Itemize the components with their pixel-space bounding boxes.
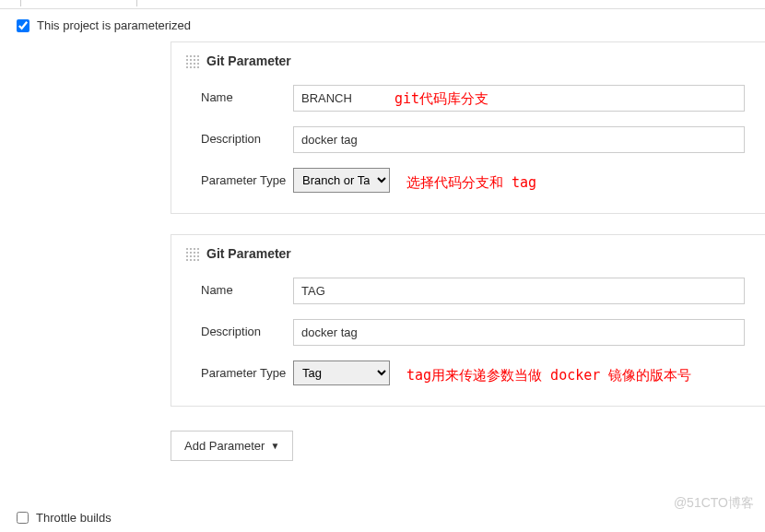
param-block: Git Parameter Name git代码库分支 Description … <box>171 41 765 214</box>
label-description: Description <box>201 126 293 146</box>
drag-handle-icon[interactable] <box>184 246 199 261</box>
field-row-type: Parameter Type Tag tag用来传递参数当做 docker 镜像… <box>184 353 765 393</box>
parameters-area: Git Parameter Name git代码库分支 Description … <box>0 41 765 461</box>
field-row-description: Description <box>184 312 765 353</box>
param-header: Git Parameter <box>184 246 765 270</box>
add-parameter-row: Add Parameter ▼ <box>171 427 765 461</box>
project-parameterized-row: This project is parameterized <box>0 9 765 41</box>
name-input[interactable] <box>293 85 745 112</box>
drag-handle-icon[interactable] <box>184 53 199 68</box>
add-parameter-label: Add Parameter <box>184 439 265 453</box>
parameter-type-select[interactable]: Tag <box>293 361 390 385</box>
label-description: Description <box>201 319 293 338</box>
field-row-name: Name <box>184 270 765 312</box>
label-name: Name <box>201 85 293 104</box>
annotation-type: tag用来传递参数当做 docker 镜像的版本号 <box>390 361 691 385</box>
label-type: Parameter Type <box>201 361 293 380</box>
throttle-builds-row: Throttle builds <box>0 505 128 530</box>
throttle-builds-checkbox[interactable] <box>17 512 29 524</box>
description-input[interactable] <box>293 319 745 346</box>
label-type: Parameter Type <box>201 168 293 187</box>
param-title: Git Parameter <box>206 246 291 261</box>
throttle-builds-label: Throttle builds <box>36 511 112 525</box>
field-row-type: Parameter Type Branch or Tag 选择代码分支和 tag <box>184 160 765 200</box>
label-name: Name <box>201 278 293 297</box>
caret-down-icon: ▼ <box>270 441 279 451</box>
annotation-type: 选择代码分支和 tag <box>390 168 536 193</box>
watermark: @51CTO博客 <box>674 495 754 512</box>
param-header: Git Parameter <box>184 53 765 77</box>
field-row-name: Name git代码库分支 <box>184 77 765 119</box>
project-parameterized-checkbox[interactable] <box>17 19 29 32</box>
param-title: Git Parameter <box>206 53 291 68</box>
param-block: Git Parameter Name Description Parameter… <box>171 234 765 407</box>
parameter-type-select[interactable]: Branch or Tag <box>293 168 390 193</box>
project-parameterized-label: This project is parameterized <box>37 18 191 32</box>
tab-gitlab-connection[interactable]: GitLab connection <box>20 0 137 6</box>
name-input[interactable] <box>293 278 745 304</box>
add-parameter-button[interactable]: Add Parameter ▼ <box>171 431 293 461</box>
description-input[interactable] <box>293 126 745 153</box>
section-tabs: GitLab connection <box>0 0 765 9</box>
field-row-description: Description <box>184 119 765 160</box>
